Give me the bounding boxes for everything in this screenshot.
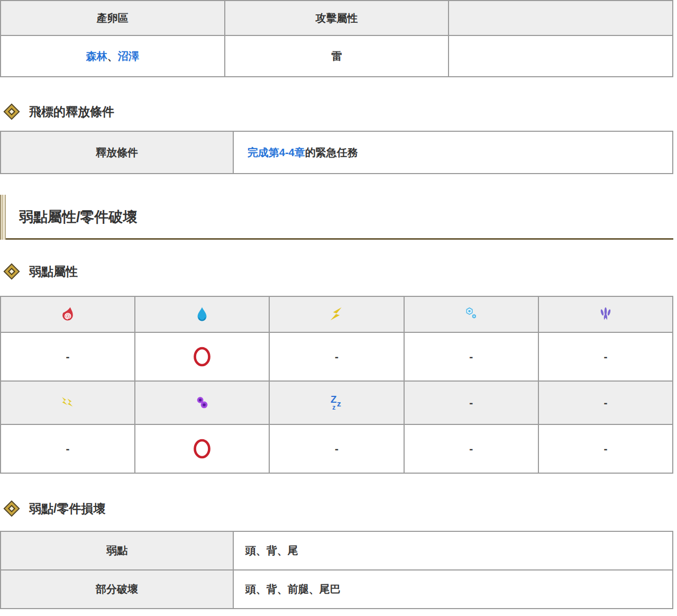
- weakness-row: - ---: [1, 424, 673, 473]
- dash-cell: -: [404, 424, 538, 473]
- chapter-link[interactable]: 完成第4-4章: [248, 147, 305, 158]
- release-condition-table: 釋放條件 完成第4-4章的緊急任務: [0, 131, 673, 174]
- dragon-cell: [538, 296, 673, 332]
- thunder-cell: [269, 296, 404, 332]
- spawn-area-header: 產卵區: [1, 1, 225, 35]
- parts-table: 弱點 頭、背、尾 部分破壞 頭、背、前腿、尾巴: [0, 531, 673, 609]
- dash-cell: -: [269, 332, 404, 381]
- weakness-attr-heading: 弱點屬性: [0, 263, 673, 280]
- dash-cell: -: [1, 332, 135, 381]
- weakness-table-body: - --- Z z z --- ---: [1, 296, 673, 473]
- weak-point-value: 頭、背、尾: [233, 531, 673, 570]
- circle-cell: [135, 332, 269, 381]
- dash-cell: -: [538, 381, 673, 424]
- release-condition-title: 飛標的釋放條件: [29, 104, 114, 120]
- spawn-link-forest[interactable]: 森林: [86, 50, 107, 62]
- weakness-major-header: 弱點屬性/零件破壞: [0, 195, 673, 240]
- attack-attribute-header: 攻擊屬性: [225, 1, 449, 35]
- weakness-attr-title: 弱點屬性: [29, 264, 78, 280]
- dash-cell: -: [404, 381, 538, 424]
- svg-text:Z: Z: [331, 394, 337, 405]
- circle-icon: [191, 344, 213, 369]
- spawn-separator: 、: [107, 50, 118, 62]
- page: 產卵區 攻擊屬性 森林、沼澤 雷 飛標的釋放條件 釋放條件 完成第4-4章的緊: [0, 0, 673, 609]
- weakness-row: - ---: [1, 332, 673, 381]
- empty-header: [449, 1, 673, 35]
- weakness-table: - --- Z z z --- ---: [0, 296, 673, 474]
- circle-cell: [135, 424, 269, 473]
- water-icon: [194, 306, 211, 323]
- sleep-cell: Z z z: [269, 381, 404, 424]
- release-condition-value: 完成第4-4章的緊急任務: [233, 131, 673, 174]
- diamond-icon: [3, 263, 20, 279]
- release-condition-text: 的緊急任務: [305, 147, 358, 158]
- dash-cell: -: [269, 424, 404, 473]
- dash-cell: -: [404, 332, 538, 381]
- water-cell: [135, 296, 269, 332]
- monster-info-table: 產卵區 攻擊屬性 森林、沼澤 雷: [0, 0, 673, 77]
- element-header-row: [1, 296, 673, 332]
- ice-cell: [404, 296, 538, 332]
- svg-text:z: z: [337, 399, 342, 408]
- parts-heading: 弱點/零件損壞: [0, 500, 673, 517]
- svg-text:z: z: [333, 404, 336, 411]
- release-condition-heading: 飛標的釋放條件: [0, 103, 673, 120]
- attack-attribute-cell: 雷: [225, 35, 449, 77]
- diamond-icon: [3, 103, 20, 120]
- spawn-link-swamp[interactable]: 沼澤: [118, 50, 139, 62]
- parts-title: 弱點/零件損壞: [29, 501, 105, 517]
- circle-icon: [191, 436, 213, 461]
- dash-cell: -: [538, 332, 673, 381]
- paralysis-icon: [59, 394, 77, 412]
- weakness-row: Z z z --: [1, 381, 673, 424]
- part-break-label: 部分破壞: [1, 570, 233, 609]
- paralysis-cell: [1, 381, 135, 424]
- ice-icon: [463, 306, 480, 323]
- fire-cell: [1, 296, 135, 332]
- dragon-icon: [597, 306, 614, 323]
- part-break-value: 頭、背、前腿、尾巴: [233, 570, 673, 609]
- weakness-major-title: 弱點屬性/零件破壞: [19, 209, 138, 225]
- thunder-icon: [328, 306, 345, 323]
- weak-point-label: 弱點: [1, 531, 233, 570]
- release-condition-label: 釋放條件: [1, 131, 233, 174]
- gold-bar-decoration: [0, 195, 6, 240]
- sleep-icon: Z z z: [326, 392, 347, 413]
- poison-icon: [193, 394, 211, 412]
- spawn-area-cell: 森林、沼澤: [1, 35, 225, 77]
- dash-cell: -: [538, 424, 673, 473]
- dash-cell: -: [1, 424, 135, 473]
- diamond-icon: [3, 500, 20, 517]
- empty-cell: [449, 35, 673, 77]
- poison-cell: [135, 381, 269, 424]
- fire-icon: [59, 306, 76, 323]
